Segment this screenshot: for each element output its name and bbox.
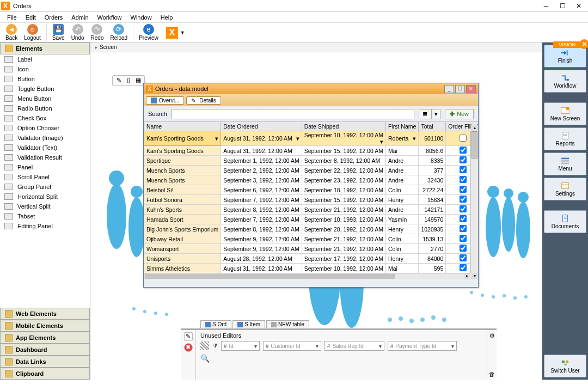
menu-workflow[interactable]: Workflow (94, 13, 126, 22)
sidebar-elements-header[interactable]: Elements (0, 42, 90, 54)
dm-scrollbar-horizontal[interactable]: ◂ ▸ (144, 273, 470, 279)
table-row[interactable]: Big John's Sports EmporiumSeptember 8, 1… (144, 224, 479, 234)
scroll-down-icon[interactable]: ▾ (471, 273, 478, 279)
table-row[interactable]: UnisportsAugust 28, 1992, 12:00 AMSeptem… (144, 254, 479, 264)
dm-tab-details[interactable]: ✎Details (186, 96, 221, 105)
dm-minimize-button[interactable]: _ (444, 85, 454, 93)
menu-window[interactable]: Window (127, 13, 156, 22)
menu-orders[interactable]: Orders (41, 13, 67, 22)
rail-switch-user-button[interactable]: Switch User (544, 355, 586, 377)
rail-new-screen-button[interactable]: New Screen (544, 102, 586, 125)
trash-icon[interactable]: 🗑 (489, 371, 495, 377)
sidebar-item[interactable]: Validator (Image) (0, 133, 90, 143)
delete-icon[interactable]: ✖ (184, 343, 193, 352)
sidebar-item[interactable]: Editing Panel (0, 221, 90, 231)
sidebar-item[interactable]: Group Panel (0, 182, 90, 192)
table-row[interactable]: Kam's Sporting GoodsAugust 31, 1992, 12:… (144, 146, 479, 156)
sidebar-section-header[interactable]: Web Elements (0, 308, 90, 320)
sidebar-item[interactable]: Horizontal Split (0, 192, 90, 202)
table-row[interactable]: Kam's Sporting Goods ▾August 31, 1992, 1… (144, 131, 479, 146)
menu-edit[interactable]: Edit (22, 13, 40, 22)
bottom-tab-new[interactable]: NEW table (266, 320, 309, 328)
sidebar-item[interactable]: Button (0, 74, 90, 84)
rail-workflow-button[interactable]: Workflow (544, 70, 586, 93)
logout-button[interactable]: ⎋Logout (21, 23, 44, 41)
dm-tab-overview[interactable]: Overvi... (146, 96, 184, 105)
menu-admin[interactable]: Admin (68, 13, 92, 22)
table-row[interactable]: Muench SportsSeptember 2, 1992, 12:00 AM… (144, 166, 479, 175)
sidebar-item[interactable]: Tabset (0, 211, 90, 221)
dm-column-header[interactable]: Total (419, 122, 446, 131)
rail-settings-button[interactable]: Settings (544, 178, 586, 200)
dm-scrollbar-vertical[interactable]: ▴ ▾ (470, 131, 478, 273)
sidebar-item[interactable]: Radio Button (0, 103, 90, 113)
mobile-icon[interactable]: ▯ (125, 77, 132, 84)
filter-customer-id[interactable]: #Customer Id▾ (263, 341, 321, 351)
table-row[interactable]: Beisbol Si!September 6, 1992, 12:00 AMSe… (144, 185, 479, 195)
sidebar-item[interactable]: Vertical Split (0, 202, 90, 211)
back-button[interactable]: ◄Back (2, 23, 21, 41)
sidebar-item[interactable]: Panel (0, 162, 90, 172)
table-row[interactable]: Simms AtheleticsAugust 31, 1992, 12:00 A… (144, 264, 479, 273)
table-row[interactable]: Ojibway RetailSeptember 9, 1992, 12:00 A… (144, 234, 479, 244)
sidebar-item[interactable]: Option Chooser (0, 123, 90, 133)
save-button[interactable]: 💾Save (49, 23, 68, 41)
sidebar-item[interactable]: Toggle Button (0, 84, 90, 94)
undo-button[interactable]: ↶Undo (68, 23, 88, 41)
funnel-icon[interactable]: ⧩ (212, 342, 218, 350)
table-row[interactable]: Futbol SonoraSeptember 7, 1992, 12:00 AM… (144, 195, 479, 205)
bottom-tab-sitem[interactable]: S Item (232, 320, 265, 328)
dm-search-input[interactable] (171, 109, 414, 119)
bottom-tab-sord[interactable]: S Ord (200, 320, 231, 328)
filter-payment-type-id[interactable]: #Payment Type Id▾ (388, 341, 457, 351)
table-row[interactable]: WomansportSeptember 9, 1992, 12:00 AMSep… (144, 244, 479, 254)
filter-id[interactable]: #Id▾ (221, 341, 260, 351)
maximize-button[interactable]: ☐ (554, 1, 571, 11)
filter-sales-rep-id[interactable]: #Sales Rep Id▾ (324, 341, 384, 351)
dm-maximize-button[interactable]: ☐ (455, 85, 465, 93)
rail-menu-button[interactable]: Menu (544, 153, 586, 175)
scroll-thumb[interactable] (145, 274, 395, 279)
scroll-up-icon[interactable]: ▴ (471, 125, 478, 131)
sidebar-section-header[interactable]: App Elements (0, 332, 90, 344)
close-button[interactable]: ✕ (571, 1, 587, 11)
reload-button[interactable]: ⟳Reload (107, 23, 131, 41)
sidebar-section-header[interactable]: Mobile Elements (0, 320, 90, 332)
redo-button[interactable]: ↷Redo (88, 23, 107, 41)
dm-new-button[interactable]: ✚New (445, 109, 474, 119)
brand-dropdown-icon[interactable]: ▼ (180, 30, 185, 35)
dm-column-header[interactable]: Date Ordered (221, 122, 302, 131)
dm-close-button[interactable]: ✕ (466, 85, 476, 93)
minimize-button[interactable]: ─ (538, 1, 554, 11)
scroll-right-icon[interactable]: ▸ (464, 273, 470, 279)
sidebar-section-header[interactable]: Data Links (0, 356, 90, 368)
vision-close-icon[interactable]: ✕ (579, 39, 588, 49)
sidebar-item[interactable]: Validation Result (0, 153, 90, 162)
edit-icon[interactable]: ✎ (115, 77, 122, 84)
table-row[interactable]: Muench SportsSeptember 3, 1992, 12:00 AM… (144, 175, 479, 185)
sidebar-item[interactable]: Check Box (0, 113, 90, 123)
table-row[interactable]: Kuhn's SportsSeptember 8, 1992, 12:00 AM… (144, 205, 479, 215)
dm-column-header[interactable]: Date Shipped (302, 122, 385, 131)
sidebar-item[interactable]: Validator (Text) (0, 143, 90, 153)
rail-reports-button[interactable]: Reports (544, 127, 586, 150)
dm-list-dropdown[interactable]: ▾ (432, 109, 440, 119)
preview-button[interactable]: ePreview (136, 23, 162, 41)
sidebar-item[interactable]: Scroll Panel (0, 172, 90, 182)
magnify-icon[interactable]: 🔍 (200, 354, 210, 363)
grid-icon[interactable]: ▦ (134, 77, 142, 84)
dm-list-button[interactable]: ≣ (419, 109, 432, 119)
rail-finish-button[interactable]: Finish (544, 45, 586, 68)
sidebar-section-header[interactable]: Clipboard (0, 368, 90, 380)
table-row[interactable]: Hamada SportSeptember 7, 1992, 12:00 AMS… (144, 215, 479, 224)
table-row[interactable]: SportiqueSeptember 1, 1992, 12:00 AMSept… (144, 156, 479, 166)
rail-documents-button[interactable]: Documents (544, 210, 586, 233)
sidebar-item[interactable]: Label (0, 54, 90, 64)
gear-icon[interactable]: ⚙ (489, 332, 495, 339)
edit-icon[interactable]: ✎ (184, 332, 193, 341)
sidebar-section-header[interactable]: Dashboard (0, 344, 90, 356)
dm-titlebar[interactable]: X Orders - data model _ ☐ ✕ (144, 83, 478, 94)
menu-help[interactable]: Help (157, 13, 177, 22)
scroll-thumb[interactable] (471, 131, 477, 159)
dm-column-header[interactable]: Name (144, 122, 221, 131)
